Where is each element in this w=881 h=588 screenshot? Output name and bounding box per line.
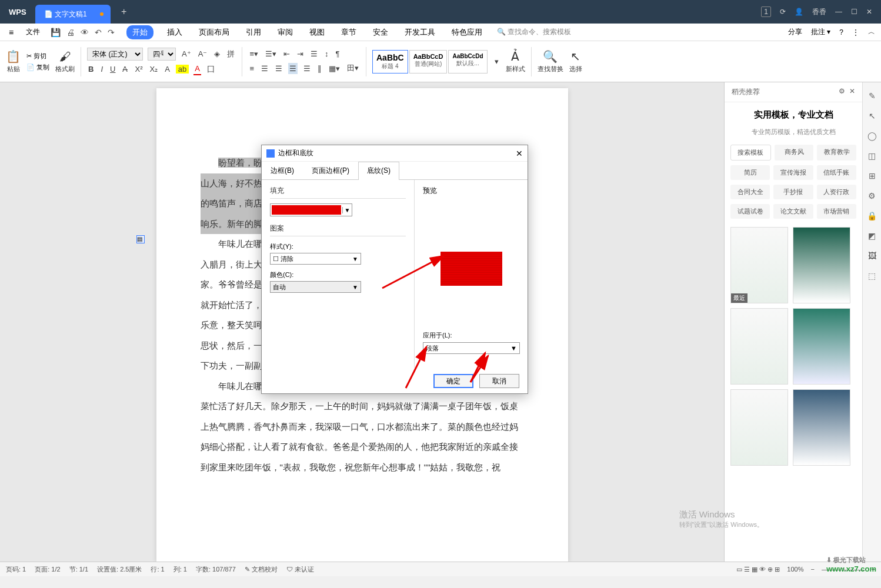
select-tool-icon[interactable]: ↖ [869, 111, 876, 121]
zoom-out-icon[interactable]: − [810, 566, 814, 573]
style-select[interactable]: ☐ 清除▼ [270, 253, 361, 265]
strike-icon[interactable]: A̶ [121, 64, 129, 75]
shape-tool-icon[interactable]: ◯ [867, 131, 877, 141]
edit-tool-icon[interactable]: ✎ [869, 91, 876, 101]
share-button[interactable]: 分享 [788, 27, 802, 37]
subscript-icon[interactable]: X₂ [148, 64, 159, 75]
minimize-button[interactable]: — [835, 8, 842, 16]
settings-tool-icon[interactable]: ⚙ [868, 191, 876, 201]
fontcolor-icon[interactable]: A [193, 63, 201, 75]
findreplace-button[interactable]: 🔍查找替换 [538, 49, 563, 74]
tab-view[interactable]: 视图 [306, 25, 328, 39]
template-item[interactable] [793, 308, 850, 385]
more-icon[interactable]: ⋮ [852, 28, 859, 36]
apply-select[interactable]: 段落▼ [423, 342, 520, 354]
view-mode-icons[interactable]: ▭ ☰ ▦ 👁 ⊕ ⊞ [736, 566, 780, 573]
print-icon[interactable]: 🖨 [66, 28, 75, 37]
copy-button[interactable]: 📄 复制 [26, 63, 49, 72]
sync-icon[interactable]: ⟳ [780, 8, 786, 16]
paragraph-options-icon[interactable]: ▤ [136, 235, 145, 243]
style-heading4[interactable]: AaBbC标题 4 [372, 50, 408, 74]
highlight-icon[interactable]: ab [176, 65, 189, 74]
select-button[interactable]: ↖选择 [569, 49, 582, 74]
showmarks-icon[interactable]: ¶ [335, 48, 341, 59]
layer-tool-icon[interactable]: ◫ [868, 151, 876, 161]
textfx-icon[interactable]: A [163, 64, 171, 75]
charborder-icon[interactable]: 囗 [206, 63, 216, 76]
styles-more-icon[interactable]: ▾ [493, 56, 500, 67]
tab-start[interactable]: 开始 [126, 25, 153, 39]
tag-resume[interactable]: 简历 [730, 165, 770, 180]
tag-business[interactable]: 商务风 [775, 145, 814, 161]
template-item[interactable] [793, 389, 850, 466]
style-normal-web[interactable]: AaBbCcD普通(网站) [409, 50, 448, 74]
badge-icon[interactable]: 1 [761, 6, 771, 17]
tab-pagelayout[interactable]: 页面布局 [196, 25, 232, 39]
sort-icon[interactable]: ↕ [323, 48, 330, 59]
attach-tool-icon[interactable]: ◩ [868, 231, 876, 240]
zoom-level[interactable]: 100% [787, 566, 803, 573]
template-item[interactable]: 最近 [730, 227, 788, 303]
file-menu[interactable]: 文件 [21, 25, 45, 39]
undo-icon[interactable]: ↶ [95, 28, 102, 37]
template-item[interactable] [730, 389, 788, 466]
tag-contract[interactable]: 合同大全 [730, 185, 770, 199]
new-tab-button[interactable]: + [115, 3, 133, 21]
numbering-icon[interactable]: ☰▾ [264, 48, 278, 59]
shading-icon[interactable]: ▦▾ [328, 63, 341, 74]
style-default[interactable]: AaBbCcDd默认段... [448, 50, 487, 74]
cut-button[interactable]: ✂ 剪切 [26, 52, 49, 61]
status-verify[interactable]: 🛡 未认证 [286, 565, 314, 574]
align-right-icon[interactable]: ☰ [274, 63, 283, 74]
maximize-button[interactable]: ☐ [851, 8, 857, 16]
status-pages[interactable]: 页面: 1/2 [35, 565, 60, 574]
dialog-tab-shading[interactable]: 底纹(S) [358, 162, 399, 180]
help-icon[interactable]: ? [839, 28, 843, 36]
tab-security[interactable]: 安全 [370, 25, 391, 39]
formatpainter-button[interactable]: 🖌格式刷 [55, 50, 75, 74]
dialog-close-icon[interactable]: ✕ [516, 149, 523, 158]
lock-tool-icon[interactable]: 🔒 [867, 211, 877, 220]
linespacing-icon[interactable]: ☰ [309, 48, 319, 59]
increase-font-icon[interactable]: A⁺ [181, 48, 192, 59]
template-item[interactable] [730, 308, 788, 385]
tag-exam[interactable]: 试题试卷 [730, 204, 770, 219]
ok-button[interactable]: 确定 [433, 374, 473, 388]
tag-education[interactable]: 教育教学 [817, 145, 856, 161]
lineheight-icon[interactable]: ‖ [316, 63, 323, 74]
tab-reference[interactable]: 引用 [243, 25, 264, 39]
superscript-icon[interactable]: X² [134, 64, 144, 75]
newstyle-button[interactable]: Ả新样式 [506, 49, 525, 74]
status-words[interactable]: 字数: 107/877 [196, 565, 236, 574]
tag-letter[interactable]: 信纸手账 [817, 165, 856, 180]
document-tab[interactable]: 📄 文字文稿1 [35, 5, 111, 24]
template-search[interactable]: 搜索模板 [730, 145, 771, 161]
grid-tool-icon[interactable]: ⊞ [869, 171, 876, 181]
template-item[interactable] [793, 227, 850, 303]
cube-tool-icon[interactable]: ⬚ [868, 271, 876, 280]
user-avatar[interactable]: 👤 [795, 8, 803, 16]
redo-icon[interactable]: ↷ [108, 28, 115, 37]
search-box[interactable]: 🔍 查找命令、搜索模板 [497, 27, 571, 37]
tab-review[interactable]: 审阅 [275, 25, 296, 39]
align-justify-icon[interactable]: ☰ [288, 63, 298, 74]
fill-color-select[interactable]: ▼ [270, 203, 352, 216]
align-left-icon[interactable]: ≡ [248, 63, 255, 74]
tag-handcopy[interactable]: 手抄报 [773, 185, 813, 199]
tab-insert[interactable]: 插入 [164, 25, 185, 39]
sidepanel-close-icon[interactable]: ✕ [849, 87, 855, 95]
font-size-select[interactable]: 四号 [148, 48, 176, 61]
close-button[interactable]: ✕ [866, 8, 872, 16]
collapse-icon[interactable]: ︿ [868, 27, 875, 37]
tag-paper[interactable]: 论文文献 [773, 204, 813, 219]
border-icon[interactable]: 田▾ [346, 62, 360, 75]
dialog-tab-pageborder[interactable]: 页面边框(P) [303, 162, 358, 179]
cancel-button[interactable]: 取消 [479, 374, 519, 388]
underline-icon[interactable]: U [109, 64, 116, 75]
tab-special[interactable]: 特色应用 [449, 25, 485, 39]
tag-poster[interactable]: 宣传海报 [773, 165, 813, 180]
status-proof[interactable]: ✎ 文档校对 [245, 565, 278, 574]
clear-format-icon[interactable]: ◈ [213, 48, 221, 59]
indent-icon[interactable]: ⇥ [296, 48, 305, 59]
preview-icon[interactable]: 👁 [81, 28, 89, 37]
